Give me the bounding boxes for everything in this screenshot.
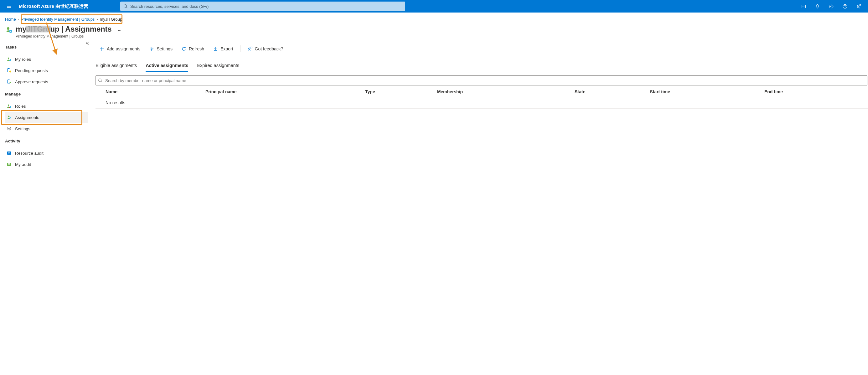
- hamburger-icon: [6, 4, 11, 9]
- toolbar-label: Settings: [157, 46, 173, 51]
- svg-rect-25: [8, 154, 9, 154]
- filter-row: [95, 75, 867, 86]
- cloud-shell-icon: [801, 4, 806, 9]
- more-actions-button[interactable]: ···: [118, 28, 121, 33]
- refresh-button[interactable]: Refresh: [178, 44, 208, 53]
- sidebar-item-my-roles[interactable]: My roles: [5, 54, 88, 65]
- col-end[interactable]: End time: [761, 87, 868, 97]
- settings-button[interactable]: [824, 0, 838, 12]
- sidebar-item-label: Roles: [15, 104, 26, 108]
- table-header-row: Name Principal name Type Membership Stat…: [95, 87, 868, 97]
- assignments-icon: [6, 115, 12, 120]
- svg-rect-28: [8, 164, 10, 164]
- svg-point-16: [8, 104, 9, 106]
- collapse-sidebar-button[interactable]: [85, 41, 89, 46]
- sidebar-item-settings[interactable]: Settings: [5, 123, 88, 134]
- add-assignments-button[interactable]: Add assignments: [95, 44, 144, 53]
- sidebar-item-roles[interactable]: Roles: [5, 100, 88, 112]
- toolbar-divider: [240, 45, 241, 52]
- svg-rect-10: [10, 59, 11, 61]
- svg-point-8: [8, 58, 9, 59]
- breadcrumb-current: myJITGroup: [100, 17, 122, 22]
- col-name[interactable]: Name: [95, 87, 202, 97]
- svg-rect-15: [8, 80, 9, 80]
- plus-icon: [99, 46, 104, 51]
- clipboard-pending-icon: [6, 68, 12, 73]
- sidebar-section-activity: Activity: [5, 134, 88, 145]
- sidebar-item-approve-requests[interactable]: Approve requests: [5, 76, 88, 87]
- bell-icon: [815, 4, 820, 9]
- svg-point-0: [124, 5, 127, 7]
- sidebar-item-my-audit[interactable]: My audit: [5, 159, 88, 170]
- svg-point-21: [8, 128, 10, 129]
- tab-active[interactable]: Active assignments: [146, 61, 188, 72]
- cloud-shell-button[interactable]: [797, 0, 810, 12]
- sidebar-item-label: My roles: [15, 57, 31, 62]
- tab-eligible[interactable]: Eligible assignments: [95, 61, 137, 72]
- download-icon: [213, 46, 218, 51]
- help-button[interactable]: [838, 0, 852, 12]
- col-principal[interactable]: Principal name: [202, 87, 361, 97]
- person-roles-icon: [6, 56, 12, 62]
- feedback-button[interactable]: [852, 0, 866, 12]
- person-feedback-icon: [856, 4, 861, 9]
- toolbar-label: Export: [220, 46, 233, 51]
- sidebar-item-label: Settings: [15, 126, 30, 131]
- main-pane: Add assignments Settings Refresh Export …: [92, 40, 868, 170]
- sidebar-item-label: My audit: [15, 162, 31, 167]
- svg-rect-29: [8, 165, 9, 165]
- brand-label[interactable]: Microsoft Azure 由世纪互联运营: [15, 3, 92, 9]
- refresh-icon: [181, 46, 186, 51]
- col-state[interactable]: State: [571, 87, 646, 97]
- svg-rect-24: [8, 153, 10, 153]
- person-feedback-icon: [247, 46, 252, 51]
- svg-rect-17: [9, 107, 10, 108]
- gear-icon: [149, 46, 154, 51]
- svg-point-5: [7, 27, 9, 30]
- sidebar-item-assignments[interactable]: Assignments: [5, 112, 88, 123]
- breadcrumb-home[interactable]: Home: [5, 17, 16, 22]
- clipboard-approve-icon: [6, 79, 12, 85]
- toolbar-label: Refresh: [189, 46, 204, 51]
- svg-point-2: [830, 6, 832, 7]
- svg-rect-9: [9, 60, 10, 61]
- svg-point-30: [151, 48, 152, 49]
- sidebar-item-label: Approve requests: [15, 80, 48, 84]
- search-icon: [98, 78, 102, 83]
- breadcrumb-pim-groups[interactable]: Privileged Identity Management | Groups: [21, 17, 95, 22]
- svg-point-32: [99, 79, 101, 82]
- svg-point-13: [9, 71, 11, 73]
- svg-rect-12: [8, 68, 9, 69]
- filter-input[interactable]: [95, 75, 867, 86]
- sidebar-item-label: Assignments: [15, 115, 39, 120]
- global-search-input[interactable]: [128, 4, 402, 9]
- table-row-empty: No results: [95, 97, 868, 108]
- svg-rect-27: [8, 163, 10, 164]
- no-results-cell: No results: [95, 97, 868, 108]
- tab-expired[interactable]: Expired assignments: [197, 61, 239, 72]
- sidebar: Tasks My roles Pending requests Approve …: [0, 40, 92, 170]
- hamburger-menu[interactable]: [2, 0, 15, 12]
- global-search[interactable]: [120, 2, 405, 11]
- redaction-blur: [26, 26, 51, 32]
- col-type[interactable]: Type: [361, 87, 433, 97]
- svg-point-31: [248, 48, 250, 49]
- my-audit-icon: [6, 161, 12, 167]
- assignment-tabs: Eligible assignments Active assignments …: [95, 56, 868, 72]
- svg-rect-18: [10, 106, 11, 108]
- page-subtitle: Privileged Identity Management | Groups: [16, 34, 112, 38]
- search-icon: [123, 4, 128, 8]
- col-membership[interactable]: Membership: [433, 87, 571, 97]
- export-button[interactable]: Export: [209, 44, 237, 53]
- sidebar-item-resource-audit[interactable]: Resource audit: [5, 148, 88, 159]
- settings-toolbar-button[interactable]: Settings: [145, 44, 176, 53]
- got-feedback-button[interactable]: Got feedback?: [244, 44, 287, 53]
- sidebar-item-pending-requests[interactable]: Pending requests: [5, 65, 88, 76]
- chevron-double-left-icon: [85, 41, 89, 45]
- resource-audit-icon: [6, 150, 12, 156]
- col-start[interactable]: Start time: [646, 87, 761, 97]
- toolbar-label: Add assignments: [107, 46, 140, 51]
- sidebar-section-tasks: Tasks: [5, 40, 88, 51]
- notifications-button[interactable]: [810, 0, 824, 12]
- gear-icon: [829, 4, 834, 9]
